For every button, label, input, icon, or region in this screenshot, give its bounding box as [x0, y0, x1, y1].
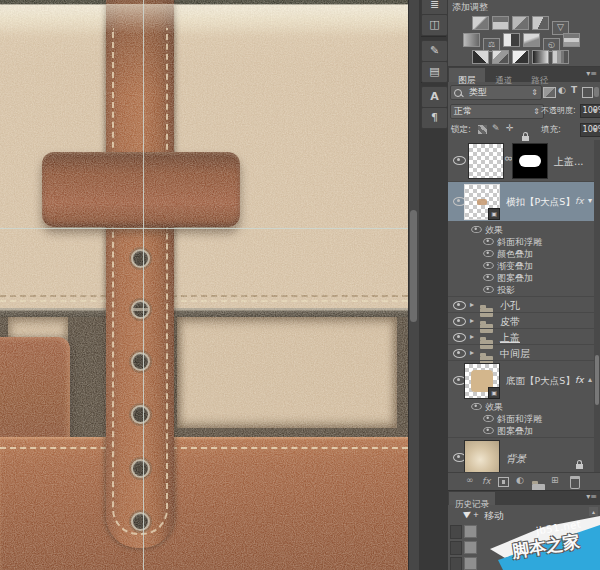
pixel-filter-icon[interactable] — [543, 87, 556, 98]
effects-header-row[interactable]: 效果 — [448, 400, 600, 412]
history-state-label[interactable]: 移动 — [484, 509, 504, 523]
visibility-eye-icon[interactable] — [483, 415, 493, 422]
history-row[interactable] — [448, 540, 600, 555]
new-adjustment-layer-icon[interactable]: ◐ — [516, 475, 524, 485]
layer-name[interactable]: 横扣【P大点S】 — [506, 196, 575, 209]
group-expand-arrow[interactable]: ▸ — [470, 300, 474, 309]
tab-history[interactable]: 历史记录 — [449, 492, 495, 505]
visibility-eye-icon[interactable] — [453, 333, 466, 342]
layer-thumbnail[interactable]: ▣ — [464, 363, 500, 399]
add-layer-mask-icon[interactable] — [498, 477, 509, 487]
history-row-move[interactable]: ▶ + 移动 ▴ — [448, 507, 600, 522]
visibility-eye-icon[interactable] — [483, 250, 493, 257]
tab-channels[interactable]: 通道 — [487, 68, 521, 82]
link-layers-icon[interactable]: ∞ — [466, 475, 474, 485]
group-row-belt[interactable]: ▸ 皮带 — [448, 312, 600, 328]
panel-menu-icon[interactable]: ▾≡ — [586, 492, 597, 501]
brush-presets-panel-icon[interactable]: ▤ — [421, 61, 448, 83]
filter-kind-dropdown[interactable]: 类型 ⇕ — [450, 85, 542, 100]
layers-scrollbar-thumb[interactable] — [595, 355, 599, 405]
tab-paths[interactable]: 路径 — [523, 68, 557, 82]
layer-name[interactable]: 底面【P大点S】 — [506, 375, 575, 388]
layer-name[interactable]: 背景 — [506, 452, 526, 466]
lock-move-icon[interactable]: ✛ — [506, 123, 514, 133]
delete-layer-icon[interactable] — [570, 476, 580, 489]
effect-row-bevel[interactable]: 斜面和浮雕 — [448, 235, 600, 247]
fx-indicator[interactable]: fx — [575, 196, 584, 206]
visibility-eye-icon[interactable] — [483, 274, 493, 281]
layer-thumbnail[interactable]: ▣ — [464, 184, 500, 220]
type-filter-icon[interactable]: T — [571, 85, 577, 95]
exposure-icon[interactable] — [532, 16, 549, 30]
effect-row-drop-shadow[interactable]: 投影 — [448, 283, 600, 295]
lock-paint-icon[interactable]: ✎ — [492, 123, 500, 133]
adjustment-filter-icon[interactable]: ◐ — [558, 85, 566, 95]
collapse-effects-chevron[interactable]: ▾ — [588, 196, 592, 205]
hue-saturation-icon[interactable] — [463, 33, 480, 47]
layer-thumbnail[interactable] — [464, 440, 500, 476]
photo-filter-icon[interactable] — [523, 33, 540, 47]
shape-filter-icon[interactable] — [582, 87, 593, 98]
color-lookup-icon[interactable] — [563, 33, 580, 47]
group-name[interactable]: 上盖 — [500, 331, 520, 345]
photoshop-canvas[interactable] — [0, 0, 408, 570]
visibility-eye-icon[interactable] — [471, 226, 481, 233]
black-white-icon[interactable] — [503, 33, 520, 47]
lock-transparent-icon[interactable] — [478, 125, 487, 134]
gradient-map-icon[interactable] — [532, 50, 549, 64]
mask-link-icon[interactable]: 8 — [503, 156, 512, 161]
selective-color-icon[interactable] — [552, 50, 569, 64]
posterize-icon[interactable] — [492, 50, 509, 64]
threshold-icon[interactable] — [512, 50, 529, 64]
brightness-contrast-icon[interactable] — [472, 16, 489, 30]
history-row[interactable] — [448, 524, 600, 539]
new-layer-icon[interactable]: ⊞ — [551, 475, 559, 485]
effect-row-bevel[interactable]: 斜面和浮雕 — [448, 412, 600, 424]
panel-menu-icon[interactable]: ▾≡ — [586, 69, 597, 78]
layer-row-top-cover[interactable]: 8 上盖... — [448, 140, 600, 182]
group-row-top-cover[interactable]: ▸ 上盖 — [448, 328, 600, 344]
visibility-eye-icon[interactable] — [453, 349, 466, 358]
layer-mask-thumbnail[interactable] — [512, 143, 548, 179]
visibility-eye-icon[interactable] — [483, 262, 493, 269]
group-row-middle-layer[interactable]: ▸ 中间层 — [448, 344, 600, 360]
visibility-eye-icon[interactable] — [483, 238, 493, 245]
group-row-holes[interactable]: ▸ 小孔 — [448, 296, 600, 312]
layer-row-background[interactable]: 背景 — [448, 437, 600, 476]
layer-row-buckle-selected[interactable]: ▣ 横扣【P大点S】 fx ▾ — [448, 182, 600, 221]
vertical-scrollbar-thumb[interactable] — [410, 210, 417, 322]
layer-name[interactable]: 上盖... — [554, 155, 584, 169]
group-name[interactable]: 小孔 — [500, 299, 520, 313]
effect-row-gradient-overlay[interactable]: 渐变叠加 — [448, 259, 600, 271]
group-name[interactable]: 皮带 — [500, 315, 520, 329]
brush-panel-icon[interactable]: ✎ — [421, 40, 448, 62]
smart-object-filter-icon[interactable] — [594, 87, 599, 97]
layer-thumbnail[interactable] — [468, 143, 504, 179]
effect-row-pattern-overlay[interactable]: 图案叠加 — [448, 424, 600, 436]
levels-icon[interactable] — [492, 16, 509, 30]
visibility-eye-icon[interactable] — [453, 301, 466, 310]
effect-row-color-overlay[interactable]: 颜色叠加 — [448, 247, 600, 259]
visibility-eye-icon[interactable] — [453, 317, 466, 326]
history-row[interactable] — [448, 556, 600, 570]
visibility-eye-icon[interactable] — [453, 156, 466, 165]
layers-scrollbar-track[interactable] — [594, 140, 600, 489]
group-expand-arrow[interactable]: ▸ — [470, 332, 474, 341]
history-source-well[interactable] — [450, 525, 462, 539]
invert-icon[interactable] — [472, 50, 489, 64]
visibility-eye-icon[interactable] — [483, 427, 493, 434]
paragraph-panel-icon[interactable]: ¶ — [421, 107, 448, 129]
effects-header-row[interactable]: 效果 — [448, 223, 600, 235]
fx-indicator[interactable]: fx — [575, 375, 584, 385]
blend-mode-dropdown[interactable]: 正常 ⇕ — [450, 104, 544, 119]
group-expand-arrow[interactable]: ▸ — [470, 348, 474, 357]
character-panel-icon[interactable]: A — [421, 86, 448, 108]
curves-icon[interactable] — [512, 16, 529, 30]
tab-layers[interactable]: 图层 — [449, 68, 485, 82]
group-name[interactable]: 中间层 — [500, 347, 530, 361]
visibility-eye-icon[interactable] — [471, 403, 481, 410]
history-source-well[interactable] — [450, 557, 462, 570]
layer-row-bottom-face[interactable]: ▣ 底面【P大点S】 fx ▴ — [448, 360, 600, 400]
opacity-dropdown-arrow[interactable]: ▾ — [593, 106, 597, 115]
fill-dropdown-arrow[interactable]: ▾ — [593, 125, 597, 134]
